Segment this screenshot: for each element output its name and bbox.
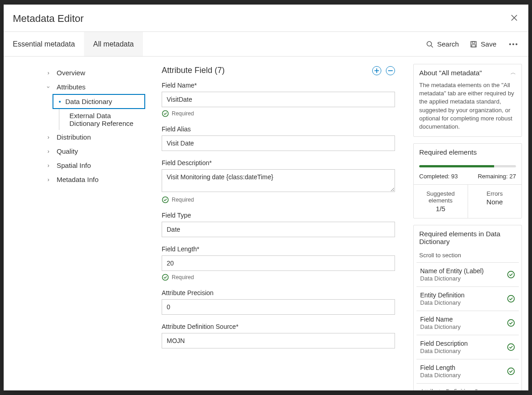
remaining-count: Remaining: 27 bbox=[478, 173, 516, 180]
required-element-item[interactable]: Name of Entity (Label) Data Dictionary bbox=[416, 263, 519, 287]
tabs: Essential metadata All metadata bbox=[4, 32, 143, 56]
attribute-precision-input[interactable] bbox=[162, 299, 395, 315]
add-field-icon[interactable] bbox=[372, 66, 381, 75]
save-action[interactable]: Save bbox=[470, 40, 496, 48]
field-alias-label: Field Alias bbox=[162, 125, 395, 133]
required-item-sub: Data Dictionary bbox=[420, 348, 468, 354]
chevron-right-icon: › bbox=[45, 177, 52, 183]
progress-stats: Completed: 93 Remaining: 27 bbox=[419, 173, 516, 180]
svg-point-0 bbox=[427, 42, 432, 46]
required-element-item[interactable]: Entity Definition Data Dictionary bbox=[416, 287, 519, 311]
sidebar-item-label: Data Dictionary bbox=[65, 98, 112, 105]
sidebar-item-spatial-info[interactable]: › Spatial Info bbox=[8, 158, 145, 172]
suggested-label: Suggested elements bbox=[416, 190, 465, 204]
required-element-item[interactable]: Attribute Definition Source Data Diction… bbox=[416, 384, 519, 390]
tab-all-metadata[interactable]: All metadata bbox=[84, 32, 143, 56]
completed-count: Completed: 93 bbox=[419, 173, 458, 180]
sidebar-item-label: Attributes bbox=[57, 83, 85, 91]
required-item-title: Field Description bbox=[420, 340, 468, 347]
bullet-icon bbox=[59, 101, 61, 103]
svg-rect-2 bbox=[472, 42, 475, 43]
sidebar-item-label: Overview bbox=[57, 69, 85, 77]
field-type-input[interactable] bbox=[162, 222, 395, 237]
field-description-label: Field Description* bbox=[162, 159, 395, 166]
required-item-sub: Data Dictionary bbox=[420, 275, 484, 282]
sidebar-item-label: Quality bbox=[57, 147, 78, 155]
sidebar-item-distribution[interactable]: › Distribution bbox=[8, 130, 145, 144]
chevron-right-icon: › bbox=[45, 134, 52, 140]
check-circle-icon bbox=[507, 270, 515, 279]
section-title: Attribute Field (7) bbox=[162, 66, 225, 75]
content: › Overview › Attributes Data Dictionary … bbox=[4, 57, 528, 390]
about-body: The metadata elements on the "All metada… bbox=[414, 81, 521, 136]
check-circle-icon bbox=[162, 196, 169, 203]
field-name-input[interactable] bbox=[162, 92, 395, 107]
field-description-input[interactable] bbox=[162, 169, 395, 192]
errors-value: None bbox=[471, 198, 519, 206]
attribute-precision-label: Attribute Precision bbox=[162, 289, 395, 296]
errors-cell: Errors None bbox=[468, 185, 522, 218]
required-item-title: Name of Entity (Label) bbox=[420, 267, 484, 275]
sidebar-item-external-reference[interactable]: External Data Dictionary Reference bbox=[59, 109, 145, 130]
more-options-icon[interactable] bbox=[507, 42, 519, 47]
modal-title: Metadata Editor bbox=[13, 13, 84, 25]
tab-bar: Essential metadata All metadata Search S… bbox=[4, 32, 528, 57]
suggested-value: 1/5 bbox=[416, 205, 465, 213]
attribute-source-input[interactable] bbox=[162, 333, 395, 348]
field-length-input[interactable] bbox=[162, 255, 395, 271]
sidebar-item-data-dictionary[interactable]: Data Dictionary bbox=[53, 94, 145, 109]
field-length-group: Field Length* Required bbox=[162, 245, 395, 281]
required-item-sub: Data Dictionary bbox=[420, 299, 464, 306]
required-element-item[interactable]: Field Name Data Dictionary bbox=[416, 311, 519, 335]
field-name-label: Field Name* bbox=[162, 82, 395, 89]
sidebar-item-label: Metadata Info bbox=[57, 176, 99, 183]
main-pane[interactable]: Attribute Field (7) Field Name* Required bbox=[150, 57, 407, 390]
progress-panel: Required elements Completed: 93 Remainin… bbox=[413, 143, 522, 218]
chevron-right-icon: › bbox=[45, 162, 52, 169]
sidebar-item-overview[interactable]: › Overview bbox=[8, 66, 145, 80]
sidebar-item-attributes[interactable]: › Attributes bbox=[8, 80, 145, 94]
errors-label: Errors bbox=[471, 190, 519, 197]
attribute-precision-group: Attribute Precision bbox=[162, 289, 395, 315]
required-element-item[interactable]: Field Length Data Dictionary bbox=[416, 359, 519, 384]
required-elements-list[interactable]: Name of Entity (Label) Data Dictionary E… bbox=[416, 262, 519, 390]
required-item-title: Field Length bbox=[420, 364, 461, 371]
field-alias-input[interactable] bbox=[162, 135, 395, 151]
right-pane: About "All metadata" ︿ The metadata elem… bbox=[407, 57, 528, 390]
tab-essential-metadata[interactable]: Essential metadata bbox=[4, 32, 84, 56]
about-header[interactable]: About "All metadata" ︿ bbox=[414, 64, 521, 81]
search-label: Search bbox=[437, 40, 459, 48]
chevron-up-icon[interactable]: ︿ bbox=[511, 69, 516, 77]
required-label: Required bbox=[172, 110, 194, 117]
required-elements-header: Required elements in Data Dictionary bbox=[414, 225, 521, 250]
required-elements-panel: Required elements in Data Dictionary Scr… bbox=[413, 225, 522, 390]
required-element-item[interactable]: Field Description Data Dictionary bbox=[416, 335, 519, 359]
progress-header: Required elements bbox=[414, 144, 521, 161]
about-title: About "All metadata" bbox=[419, 69, 482, 77]
required-tag: Required bbox=[162, 274, 395, 281]
sidebar-item-metadata-info[interactable]: › Metadata Info bbox=[8, 172, 145, 187]
svg-rect-3 bbox=[472, 45, 475, 47]
sidebar-item-label: Spatial Info bbox=[57, 161, 91, 169]
attribute-source-group: Attribute Definition Source* bbox=[162, 323, 395, 348]
required-label: Required bbox=[172, 197, 194, 203]
sidebar: › Overview › Attributes Data Dictionary … bbox=[4, 57, 150, 390]
sidebar-item-quality[interactable]: › Quality bbox=[8, 144, 145, 158]
about-panel: About "All metadata" ︿ The metadata elem… bbox=[413, 64, 522, 137]
check-circle-icon bbox=[507, 367, 515, 375]
field-length-label: Field Length* bbox=[162, 245, 395, 253]
close-icon[interactable] bbox=[509, 12, 519, 25]
required-label: Required bbox=[172, 274, 194, 281]
sidebar-item-label: Distribution bbox=[57, 133, 91, 141]
check-circle-icon bbox=[162, 110, 169, 117]
scroll-hint: Scroll to section bbox=[414, 250, 521, 262]
required-item-sub: Data Dictionary bbox=[420, 323, 461, 330]
field-alias-group: Field Alias bbox=[162, 125, 395, 151]
check-circle-icon bbox=[507, 343, 515, 351]
remove-field-icon[interactable] bbox=[386, 66, 395, 75]
required-tag: Required bbox=[162, 110, 395, 117]
metadata-editor-modal: Metadata Editor Essential metadata All m… bbox=[4, 5, 528, 390]
sidebar-item-label: External Data Dictionary Reference bbox=[69, 112, 140, 127]
search-action[interactable]: Search bbox=[426, 40, 459, 48]
section-heading: Attribute Field (7) bbox=[162, 66, 395, 75]
